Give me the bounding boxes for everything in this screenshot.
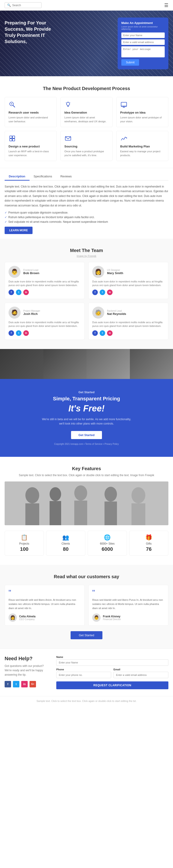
stat-card-clients: 👥 Clients 80 [46, 531, 85, 556]
help-email-input[interactable] [114, 672, 168, 678]
tab-reviews[interactable]: Reviews [56, 173, 76, 180]
tab-specifications[interactable]: Specifications [30, 173, 56, 180]
search-icon: 🔍 [7, 3, 11, 7]
svg-point-25 [74, 485, 87, 501]
gallery-item-1 [0, 349, 44, 379]
pricing-section: Get Started Simple, Transparent Pricing … [0, 379, 173, 457]
checklist-item-2: ✓Rutrum tellus pellentesque eu tincidunt… [5, 216, 168, 219]
features-title: Key Features [5, 466, 168, 471]
stat-value-projects: 100 [7, 546, 41, 552]
testimonial-author-1: 👩 Celia Almela CEO Company [8, 614, 81, 622]
process-card-title: Sourcing [64, 145, 109, 148]
team-role-nat: Backend Lead [107, 310, 126, 312]
appointment-submit-button[interactable]: Submit [121, 59, 139, 66]
author-name-1: Celia Almela [19, 615, 35, 618]
svg-point-21 [25, 487, 39, 503]
process-section: The New Product Development Process Rese… [0, 76, 173, 168]
tw-icon[interactable]: t [16, 289, 22, 295]
team-title: Meet The Team [5, 248, 168, 253]
pricing-button[interactable]: Get Started [71, 431, 102, 439]
help-clarify-button[interactable]: REQUEST CLARIFICATION [56, 681, 168, 689]
appointment-message-input[interactable] [121, 46, 165, 57]
stat-label-projects: Projects [7, 542, 41, 545]
team-social-nat: f t in [92, 330, 165, 336]
appointment-email-input[interactable] [121, 39, 165, 45]
help-desc: Got questions with our product? We're re… [5, 664, 51, 677]
process-title: The New Product Development Process [5, 86, 168, 91]
testimonials-section: Read what our customers say " Risus sed … [0, 565, 173, 648]
ig-icon[interactable]: in [23, 289, 29, 295]
testimonials-get-started-button[interactable]: Get Started [70, 631, 103, 639]
ig-icon[interactable]: in [23, 330, 29, 336]
tabs-bar: Description Specifications Reviews [5, 173, 168, 181]
hero-form-card: Make An Appointment Lorem ipsum dolor si… [118, 18, 168, 69]
stat-value-clients: 80 [49, 546, 83, 552]
help-fb-icon[interactable]: f [5, 681, 11, 687]
tw-icon[interactable]: t [16, 330, 22, 336]
svg-rect-26 [74, 501, 87, 525]
ig-icon[interactable]: in [107, 330, 113, 336]
checklist-item-3: ✓Sed vulputate mi sit amet mauris commod… [5, 220, 168, 223]
quote-icon-2: " [92, 589, 165, 596]
hero-title: Preparing For Your Success, We Provide T… [5, 20, 60, 45]
team-card-mary: 👩 UX Designer Mary Smith Duis aute irure… [88, 262, 168, 299]
fb-icon[interactable]: f [92, 289, 98, 295]
team-role-mary: UX Designer [107, 269, 123, 271]
svg-rect-24 [50, 501, 61, 525]
testimonial-card-1: " Risus sed blandit velit sed libero Ari… [5, 585, 85, 626]
help-title: Need Help? [5, 656, 51, 661]
research-icon [8, 101, 53, 109]
stats-grid: 📋 Projects 100 👥 Clients 80 🌐 6000+ Site… [5, 531, 168, 556]
idea-icon [64, 101, 109, 109]
svg-rect-15 [12, 136, 15, 138]
svg-point-29 [132, 487, 145, 503]
team-desc-josh: Duis aute irure dolor in repreident moll… [8, 320, 81, 328]
fb-icon[interactable]: f [92, 330, 98, 336]
tw-icon[interactable]: t [99, 330, 105, 336]
hamburger-icon[interactable]: ☰ [164, 3, 168, 8]
svg-rect-17 [12, 139, 15, 141]
image-gallery [0, 349, 173, 379]
svg-point-23 [50, 487, 61, 501]
fb-icon[interactable]: f [8, 330, 14, 336]
prototype-icon [120, 101, 165, 109]
quote-icon-1: " [8, 589, 81, 596]
sourcing-icon [64, 135, 109, 143]
site-header: 🔍 ☰ [0, 0, 173, 10]
sites-icon: 🌐 [90, 534, 124, 541]
search-bar[interactable]: 🔍 [5, 2, 41, 8]
tw-icon[interactable]: t [99, 289, 105, 295]
team-image-label: Image by Freepik [5, 254, 168, 257]
process-card-text: Easiest way to manage your project produ… [120, 150, 165, 157]
pricing-desc: We're still in beta and we will be for a… [40, 417, 133, 426]
appointment-name-input[interactable] [121, 32, 165, 38]
help-phone-input[interactable] [56, 672, 111, 678]
process-card-sourcing: Sourcing Once you have a product prototy… [60, 131, 113, 161]
learn-more-button[interactable]: LEARN MORE [5, 227, 32, 234]
pricing-title: Simple, Transparent Pricing [5, 396, 168, 402]
help-gp-icon[interactable]: G+ [30, 681, 36, 687]
svg-rect-30 [132, 503, 145, 525]
ig-icon[interactable]: in [107, 289, 113, 295]
fb-icon[interactable]: f [8, 289, 14, 295]
team-name-bob: Bob Brown [23, 271, 39, 275]
author-role-2: Financial Director [103, 618, 121, 621]
gallery-item-2 [44, 349, 87, 379]
avatar-nat: 🧓 [92, 307, 104, 318]
help-name-input[interactable] [56, 659, 168, 666]
help-ig-icon[interactable]: in [21, 681, 28, 687]
stat-label-clients: Clients [49, 542, 83, 545]
gifts-icon: 🎁 [132, 534, 166, 541]
author-avatar-1: 👩 [8, 614, 17, 622]
pricing-footer: Copyright 2021 loreapp.com • Terms of Se… [5, 443, 168, 445]
tab-description[interactable]: Description [5, 173, 30, 181]
footer-text: Sample text. Click to select the text bo… [5, 700, 168, 702]
help-social-row: f t in G+ [5, 681, 51, 687]
search-input[interactable] [12, 4, 37, 7]
help-tw-icon[interactable]: t [13, 681, 19, 687]
author-avatar-2: 👨 [92, 614, 100, 622]
team-social-mary: f t in [92, 289, 165, 295]
hero-form-subtitle: Lorem ipsum dolor sit amet consectetur a… [121, 26, 165, 30]
author-name-2: Frank Kinney [103, 615, 121, 618]
features-photo [5, 482, 168, 525]
